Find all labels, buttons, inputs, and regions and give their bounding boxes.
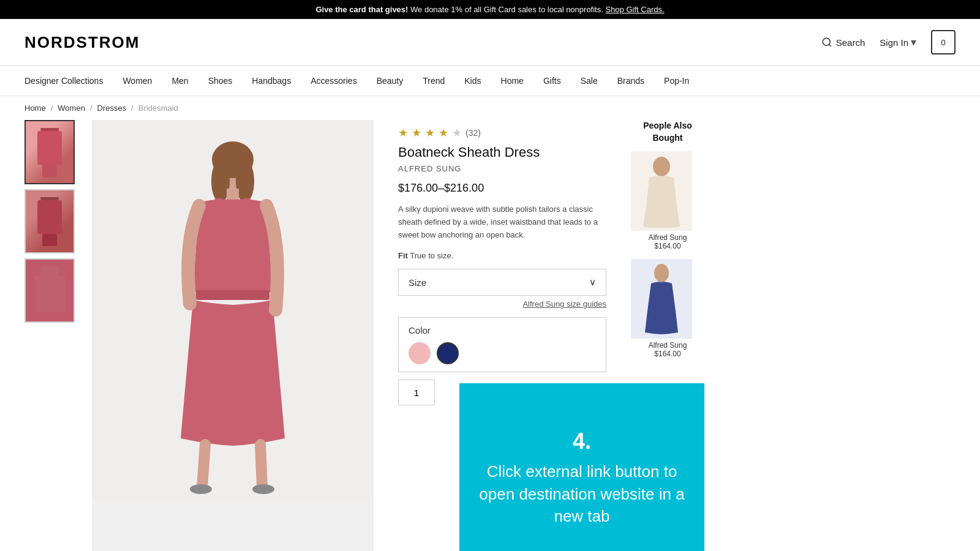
nav-handbags[interactable]: Handbags <box>252 66 291 96</box>
color-label: Color <box>409 325 431 335</box>
star-5-empty: ★ <box>452 126 462 140</box>
breadcrumb-women[interactable]: Women <box>58 103 85 113</box>
product-area: ★ ★ ★ ★ ★ (32) Boatneck Sheath Dress ALF… <box>0 120 980 551</box>
thumbnail-3[interactable] <box>24 258 75 323</box>
nav-home[interactable]: Home <box>501 66 524 96</box>
svg-rect-6 <box>37 200 62 234</box>
nav-accessories[interactable]: Accessories <box>311 66 356 96</box>
size-placeholder: Size <box>409 277 426 288</box>
pab-item-1[interactable]: Alfred Sung $164.00 <box>631 151 704 250</box>
sign-in-button[interactable]: Sign In ▾ <box>880 36 916 49</box>
svg-rect-4 <box>42 165 57 177</box>
pab-image-1 <box>631 151 692 231</box>
nav-shoes[interactable]: Shoes <box>208 66 233 96</box>
tooltip-number: 4. <box>573 429 591 454</box>
rating-stars: ★ ★ ★ ★ ★ (32) <box>398 126 606 140</box>
svg-point-21 <box>654 264 669 282</box>
star-3: ★ <box>425 126 435 140</box>
svg-rect-16 <box>214 198 223 211</box>
search-icon <box>821 37 832 48</box>
nav-beauty[interactable]: Beauty <box>377 66 404 96</box>
color-swatches <box>409 342 596 364</box>
svg-rect-9 <box>40 266 59 277</box>
product-description: A silky dupioni weave with subtle polish… <box>398 203 606 241</box>
fit-label: Fit <box>398 251 408 260</box>
header: NORDSTROM Search Sign In ▾ 0 <box>0 19 980 66</box>
nav-sale[interactable]: Sale <box>581 66 598 96</box>
svg-rect-17 <box>243 198 251 211</box>
thumbnail-2[interactable] <box>24 189 75 253</box>
pab-image-2 <box>631 259 692 339</box>
brand-name[interactable]: ALFRED SUNG <box>398 164 606 173</box>
cart-count: 0 <box>941 38 945 47</box>
header-right: Search Sign In ▾ 0 <box>821 30 956 54</box>
breadcrumb-sep-3: / <box>131 103 134 113</box>
chevron-down-icon: ▾ <box>911 36 916 49</box>
nav-men[interactable]: Men <box>172 66 188 96</box>
main-product-image <box>92 120 374 551</box>
svg-point-19 <box>252 484 274 494</box>
sign-in-label: Sign In <box>880 37 908 48</box>
svg-line-1 <box>829 44 831 46</box>
nav-gifts[interactable]: Gifts <box>543 66 561 96</box>
svg-point-18 <box>190 484 212 494</box>
thumbnail-1[interactable] <box>24 120 75 184</box>
star-2: ★ <box>412 126 421 140</box>
chevron-down-icon: ∨ <box>589 277 596 288</box>
color-selector: Color <box>398 317 606 372</box>
banner-text: We donate 1% of all Gift Card sales to l… <box>410 5 603 14</box>
svg-rect-3 <box>37 131 62 165</box>
svg-rect-2 <box>40 128 59 131</box>
breadcrumb-sep-1: / <box>51 103 53 113</box>
svg-rect-7 <box>42 234 57 246</box>
nav-pop-in[interactable]: Pop-In <box>664 66 689 96</box>
svg-rect-15 <box>196 290 270 300</box>
quantity-input[interactable] <box>398 380 435 405</box>
pab-brand-1: Alfred Sung <box>631 233 704 242</box>
fit-info: Fit True to size. <box>398 251 606 260</box>
people-also-bought: People Also Bought Alfred Sung $164.00 <box>631 120 704 551</box>
review-count[interactable]: (32) <box>466 128 481 138</box>
pab-price-2: $164.00 <box>631 350 704 358</box>
star-1: ★ <box>398 126 408 140</box>
star-4: ★ <box>439 126 448 140</box>
top-banner: Give the card that gives! We donate 1% o… <box>0 0 980 19</box>
pab-title: People Also Bought <box>631 120 704 144</box>
breadcrumb-current: Bridesmaid <box>138 103 178 113</box>
search-label: Search <box>836 37 865 48</box>
search-button[interactable]: Search <box>821 37 865 48</box>
svg-rect-8 <box>34 276 65 312</box>
tooltip-overlay: 4. Click external link button to open de… <box>459 383 704 551</box>
svg-rect-5 <box>40 197 59 200</box>
logo: NORDSTROM <box>24 33 140 52</box>
nav-brands[interactable]: Brands <box>617 66 644 96</box>
size-guide-link[interactable]: Alfred Sung size guides <box>398 299 606 309</box>
color-swatch-pink[interactable] <box>409 342 431 364</box>
banner-link[interactable]: Shop Gift Cards. <box>605 5 664 14</box>
fit-value: True to size. <box>410 251 453 260</box>
banner-bold: Give the card that gives! <box>315 5 408 14</box>
nav-trend[interactable]: Trend <box>423 66 445 96</box>
pab-price-1: $164.00 <box>631 242 704 250</box>
size-selector[interactable]: Size ∨ <box>398 269 606 296</box>
nav-kids[interactable]: Kids <box>464 66 481 96</box>
pab-item-2[interactable]: Alfred Sung $164.00 <box>631 259 704 358</box>
product-title: Boatneck Sheath Dress <box>398 144 606 160</box>
breadcrumb: Home / Women / Dresses / Bridesmaid <box>0 96 980 120</box>
svg-point-20 <box>653 157 670 176</box>
thumbnail-list <box>24 120 80 551</box>
breadcrumb-home[interactable]: Home <box>24 103 46 113</box>
pab-brand-2: Alfred Sung <box>631 341 704 350</box>
nav-women[interactable]: Women <box>123 66 152 96</box>
svg-point-0 <box>823 38 830 45</box>
svg-rect-14 <box>227 189 239 201</box>
color-swatch-navy[interactable] <box>437 342 459 364</box>
breadcrumb-dresses[interactable]: Dresses <box>97 103 127 113</box>
tooltip-text: Click external link button to open desti… <box>478 460 686 527</box>
nav-designer-collections[interactable]: Designer Collections <box>24 66 103 96</box>
price-range: $176.00–$216.00 <box>398 182 606 195</box>
main-nav: Designer Collections Women Men Shoes Han… <box>0 66 980 96</box>
breadcrumb-sep-2: / <box>90 103 92 113</box>
cart-button[interactable]: 0 <box>931 30 956 54</box>
